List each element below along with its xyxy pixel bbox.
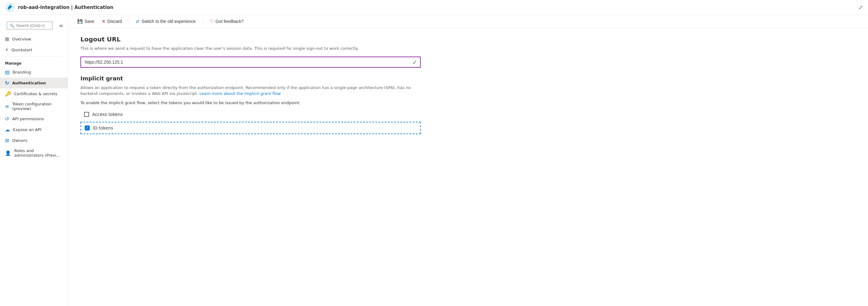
sidebar-item-api-permissions[interactable]: ↺ API permissions [0, 113, 68, 124]
main-panel: 💾 Save ✕ Discard ⇄ Switch to the old exp… [68, 15, 868, 306]
toolbar-separator-2 [203, 18, 203, 25]
roles-admin-icon: 👤 [5, 150, 11, 156]
content-area: Logout URL This is where we send a reque… [68, 28, 868, 306]
sidebar-item-overview[interactable]: ⊞ Overview [0, 34, 68, 44]
discard-icon: ✕ [102, 19, 105, 24]
branding-icon: ▤ [5, 69, 9, 75]
sidebar-label-owners: Owners [12, 138, 27, 143]
logout-url-input-wrapper: ✓ [81, 57, 421, 68]
discard-label: Discard [107, 19, 122, 24]
access-tokens-checkbox[interactable] [84, 112, 89, 117]
feedback-button[interactable]: ♡ Got feedback? [207, 17, 247, 25]
sidebar-label-certificates: Certificates & secrets [14, 92, 58, 96]
sidebar-label-authentication: Authentication [12, 81, 46, 85]
search-icon: 🔍 [9, 24, 14, 28]
sidebar-label-branding: Branding [13, 70, 31, 74]
manage-section-label: Manage [0, 58, 68, 67]
quickstart-icon: ⚡ [5, 47, 8, 53]
sidebar-item-roles-admin[interactable]: 👤 Roles and administrators (Previ... [0, 146, 68, 160]
discard-button[interactable]: ✕ Discard [99, 17, 125, 25]
access-tokens-label: Access tokens [92, 112, 123, 117]
logout-url-input[interactable] [81, 57, 421, 68]
sidebar-label-token-config: Token configuration (preview) [12, 102, 63, 111]
sidebar-item-branding[interactable]: ▤ Branding [0, 67, 68, 77]
search-box[interactable]: 🔍 [7, 22, 53, 29]
learn-more-link[interactable]: Learn more about the implicit grant flow [199, 91, 281, 96]
toolbar-separator-1 [129, 18, 129, 25]
implicit-grant-title: Implicit grant [81, 75, 856, 81]
feedback-icon: ♡ [210, 19, 214, 24]
search-input[interactable] [16, 23, 50, 28]
id-tokens-row: ✓ ID tokens [81, 122, 421, 134]
sidebar-item-token-config[interactable]: ≡ Token configuration (preview) [0, 99, 68, 113]
expose-api-icon: ☁ [5, 127, 10, 133]
sidebar-item-quickstart[interactable]: ⚡ Quickstart [0, 44, 68, 55]
api-permissions-icon: ↺ [5, 116, 9, 122]
page-title: rob-aad-integration | Authentication [18, 5, 859, 10]
sidebar-label-quickstart: Quickstart [11, 47, 32, 52]
collapse-sidebar-button[interactable]: ≪ [58, 23, 65, 29]
sidebar-label-api-permissions: API permissions [12, 116, 43, 121]
resize-icon[interactable]: ⤢ [859, 4, 863, 10]
implicit-enable-label: To enable the implicit grant flow, selec… [81, 100, 856, 105]
title-bar: rob-aad-integration | Authentication ⤢ [0, 0, 868, 15]
authentication-icon: ↻ [5, 80, 9, 86]
sidebar-label-overview: Overview [12, 37, 31, 41]
id-tokens-label: ID tokens [93, 126, 113, 130]
switch-label: Switch to the old experience [142, 19, 195, 24]
access-tokens-row: Access tokens [81, 109, 421, 120]
logout-url-section: Logout URL This is where we send a reque… [81, 36, 856, 68]
save-label: Save [85, 19, 94, 24]
sidebar-label-roles-admin: Roles and administrators (Previ... [14, 148, 63, 158]
url-valid-checkmark-icon: ✓ [412, 59, 417, 65]
sidebar-label-expose-api: Expose an API [13, 127, 41, 132]
switch-icon: ⇄ [136, 19, 140, 24]
switch-experience-button[interactable]: ⇄ Switch to the old experience [133, 17, 198, 25]
sidebar: 🔍 ≪ ⊞ Overview ⚡ Quickstart Manage ▤ Bra… [0, 15, 68, 306]
sidebar-item-authentication[interactable]: ↻ Authentication [0, 77, 68, 89]
save-icon: 💾 [78, 19, 83, 24]
toolbar: 💾 Save ✕ Discard ⇄ Switch to the old exp… [68, 15, 868, 28]
azure-logo [5, 2, 15, 12]
feedback-label: Got feedback? [216, 19, 244, 24]
logout-url-description: This is where we send a request to have … [81, 45, 421, 52]
save-button[interactable]: 💾 Save [74, 17, 97, 25]
token-config-icon: ≡ [5, 104, 9, 109]
implicit-grant-description: Allows an application to request a token… [81, 85, 421, 97]
implicit-grant-section: Implicit grant Allows an application to … [81, 75, 856, 134]
id-tokens-checkbox[interactable]: ✓ [85, 126, 90, 130]
sidebar-item-expose-api[interactable]: ☁ Expose an API [0, 124, 68, 135]
sidebar-item-owners[interactable]: ⊞ Owners [0, 135, 68, 146]
certificates-icon: 🔑 [5, 91, 11, 97]
sidebar-item-certificates[interactable]: 🔑 Certificates & secrets [0, 89, 68, 99]
owners-icon: ⊞ [5, 138, 9, 143]
logout-url-title: Logout URL [81, 36, 856, 43]
overview-icon: ⊞ [5, 36, 9, 42]
sidebar-divider [5, 57, 63, 57]
